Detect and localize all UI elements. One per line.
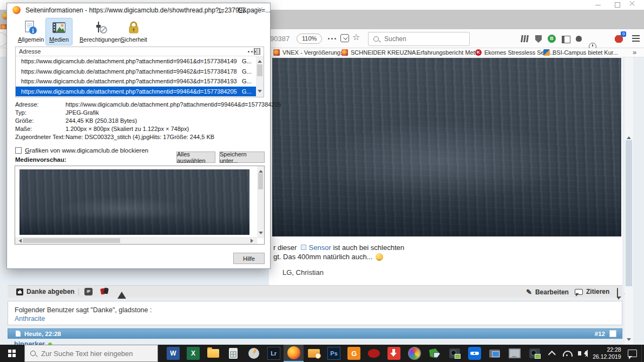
detail-row: Größe: 244,45 KB (250.318 Bytes) — [7, 117, 270, 126]
sidebar-icon[interactable] — [562, 36, 570, 43]
thumbs-up-icon — [16, 288, 23, 295]
media-list-scrollbar[interactable] — [256, 56, 264, 97]
preview-vscrollbar[interactable] — [257, 166, 264, 238]
menu-hamburger-icon[interactable] — [632, 35, 640, 36]
bookmark-favicon-text: CK — [408, 50, 414, 55]
media-url-list: Adresse https://www.digicamclub.de/attac… — [15, 47, 264, 97]
media-row[interactable]: https://www.digicamclub.de/attachment.ph… — [16, 67, 256, 77]
save-as-button[interactable]: Speichern unter... — [219, 152, 265, 163]
wink-emoji-icon — [376, 253, 383, 261]
taskbar-screen-app[interactable] — [485, 345, 505, 362]
taskbar-firefox-active[interactable] — [284, 345, 304, 362]
column-picker-icon[interactable] — [254, 48, 260, 55]
browser-maximize-button[interactable] — [615, 2, 620, 8]
post-attachment-photo[interactable] — [272, 58, 621, 236]
bookmark-item[interactable]: VNEX - Vergrößerungs... — [273, 49, 349, 56]
taskbar-capture-app[interactable] — [424, 345, 444, 362]
start-button[interactable] — [0, 345, 24, 362]
dialog-close-button[interactable] — [258, 7, 263, 12]
taskbar-photo-app[interactable] — [404, 345, 424, 362]
sensor-link[interactable]: Sensor — [309, 243, 331, 252]
edit-button[interactable]: ✎ Bearbeiten — [526, 288, 569, 296]
bookmarks-overflow-chevron[interactable]: » — [633, 48, 636, 56]
bookmark-favicon-icon: K — [475, 49, 482, 56]
cards-icon[interactable] — [101, 288, 108, 295]
browser-minimize-button[interactable] — [595, 2, 601, 5]
multiquote-checkbox[interactable] — [609, 330, 616, 337]
extension-icon[interactable] — [576, 36, 582, 42]
firefox-logo-icon — [12, 6, 21, 14]
urlbar-text[interactable]: 90387 — [270, 35, 290, 43]
browser-search-input[interactable] — [383, 35, 461, 43]
dialog-titlebar[interactable]: Seiteninformationen - https://www.digica… — [7, 3, 270, 17]
help-button[interactable]: Hilfe — [233, 253, 265, 264]
pc-monitor-icon — [509, 348, 521, 358]
detail-row: Adresse: https://www.digicamclub.de/atta… — [7, 101, 270, 109]
scrollbar-thumb[interactable] — [626, 140, 632, 286]
media-row[interactable]: https://www.digicamclub.de/attachment.ph… — [16, 76, 256, 87]
library-icon[interactable] — [521, 35, 523, 42]
detail-row: Typ: JPEG-Grafik — [7, 109, 270, 117]
quote-button[interactable]: Zitieren — [575, 288, 609, 295]
taskbar-winamp[interactable] — [244, 345, 264, 362]
taskbar-camera-app2[interactable] — [525, 345, 545, 362]
browser-close-button[interactable] — [629, 1, 635, 6]
shield-extension-icon[interactable] — [535, 35, 542, 43]
tab-medien[interactable]: Medien — [46, 18, 72, 45]
scrollbar-down-arrow[interactable] — [627, 338, 631, 343]
list-header-more-icon[interactable] — [248, 51, 249, 52]
media-row[interactable]: https://www.digicamclub.de/attachment.ph… — [16, 56, 256, 67]
taskbar-explorer[interactable] — [203, 345, 224, 362]
page-scrollbar[interactable] — [625, 57, 633, 345]
preview-hscrollbar[interactable] — [15, 237, 257, 244]
scrollbar-up-arrow[interactable] — [627, 134, 631, 139]
green-display-icon — [429, 348, 440, 358]
report-warning-icon[interactable] — [117, 287, 126, 299]
tab-sicherheit[interactable]: Sicherheit — [117, 18, 150, 45]
media-preview-panel — [15, 166, 265, 245]
page-actions-icon[interactable] — [328, 38, 330, 40]
taskbar-search-box[interactable] — [24, 345, 158, 362]
taskbar-mail[interactable] — [304, 345, 324, 362]
media-preview-image[interactable] — [19, 169, 249, 235]
taskbar-calculator[interactable] — [224, 345, 244, 362]
taskbar-pdf-tool[interactable]: G — [344, 345, 364, 362]
thanks-button[interactable]: Danke abgeben — [16, 288, 75, 295]
tab-allgemein[interactable]: Allgemein — [15, 18, 47, 45]
bookmark-star-icon[interactable]: ☆ — [352, 32, 360, 42]
taskbar-lightroom[interactable]: Lr — [264, 345, 284, 362]
excel-icon: X — [187, 347, 200, 360]
thanks-user-link[interactable]: Anthracite — [15, 315, 45, 322]
bookmark-item[interactable]: CK Erfahrungsbericht Met... — [408, 49, 480, 56]
checkbox-icon[interactable] — [15, 147, 22, 154]
taskbar-photoshop[interactable]: Ps — [324, 345, 344, 362]
multiquote-button[interactable]: + — [617, 288, 618, 298]
dialog-minimize-button[interactable] — [218, 10, 224, 13]
block-images-checkbox[interactable]: Grafiken von www.digicamclub.de blockier… — [15, 147, 148, 154]
taskbar-irfanview[interactable] — [364, 345, 384, 362]
bookmark-item[interactable]: BSI-Campus bietet Kur... — [543, 49, 618, 56]
post-number-link[interactable]: #12 — [595, 331, 605, 337]
taskbar-search-input[interactable] — [40, 349, 150, 358]
pocket-icon[interactable] — [340, 34, 349, 42]
green-b-extension-icon[interactable]: B — [548, 35, 556, 43]
tray-clock[interactable]: 22:28 26.12.2019 — [590, 345, 623, 362]
action-center-button[interactable] — [623, 345, 641, 362]
media-list-header[interactable]: Adresse — [16, 47, 264, 56]
ip-address-icon[interactable]: IP — [84, 288, 93, 295]
media-row-selected[interactable]: https://www.digicamclub.de/attachment.ph… — [16, 87, 256, 97]
dialog-maximize-button[interactable] — [239, 8, 244, 13]
tray-expand-button[interactable] — [545, 345, 561, 362]
taskbar-camera-app[interactable] — [444, 345, 464, 362]
tray-volume[interactable] — [575, 345, 590, 362]
taskbar-word[interactable]: W — [163, 345, 183, 362]
tray-network[interactable] — [561, 345, 574, 362]
taskbar-teamviewer[interactable] — [464, 345, 484, 362]
browser-search-box[interactable] — [368, 32, 470, 46]
select-all-button[interactable]: Alles auswählen — [176, 152, 215, 163]
taskbar-excel[interactable]: X — [183, 345, 203, 362]
show-desktop-button[interactable] — [641, 345, 644, 362]
taskbar-pc-app[interactable] — [505, 345, 525, 362]
zoom-level-badge[interactable]: 110% — [297, 34, 322, 44]
taskbar-downloader[interactable] — [384, 345, 404, 362]
